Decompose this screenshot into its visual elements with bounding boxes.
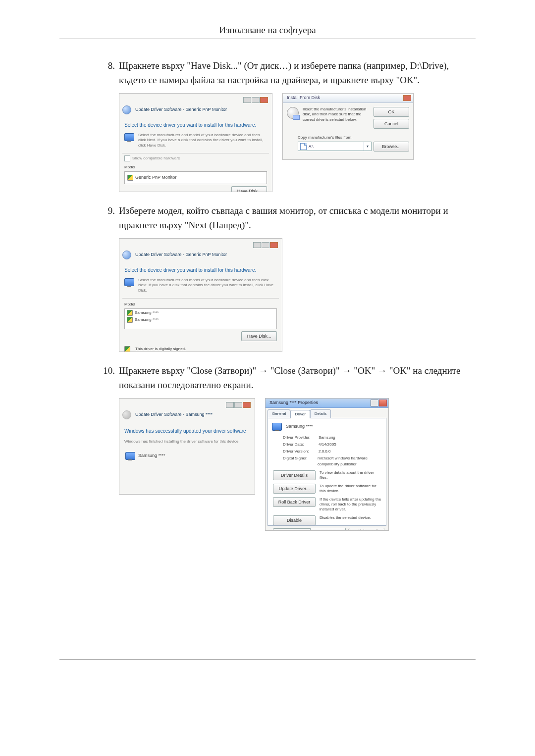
step-8-number: 8.	[103, 59, 115, 73]
model-item-2[interactable]: Samsung ****	[127, 317, 274, 323]
separator	[122, 298, 279, 299]
browse-button[interactable]: Browse...	[374, 142, 409, 151]
signer-label: Digital Signer:	[283, 455, 318, 467]
close-icon[interactable]	[403, 95, 411, 101]
tab-general[interactable]: General	[268, 409, 290, 418]
version-label: Driver Version:	[283, 449, 319, 454]
close-icon[interactable]	[243, 402, 251, 408]
dialog-heading: Select the device driver you want to ins…	[124, 266, 279, 274]
dialog-update-driver-1: Update Driver Software - Generic PnP Mon…	[119, 93, 272, 192]
disk-icon	[287, 107, 299, 119]
step-8: 8. Щракнете върху "Have Disk..." (От дис…	[103, 59, 476, 192]
header-rule	[59, 39, 476, 39]
tab-driver[interactable]: Driver	[290, 410, 310, 418]
help-icon[interactable]	[371, 400, 378, 406]
show-compatible-checkbox[interactable]	[124, 155, 130, 161]
dialog-heading: Select the device driver you want to ins…	[124, 121, 269, 129]
dialog-install-from-disk: Install From Disk Insert the manufacture…	[282, 93, 414, 160]
back-icon-disabled	[122, 410, 131, 419]
shield-icon	[127, 175, 133, 181]
model-item-label: Samsung ****	[135, 317, 159, 323]
minimize-icon[interactable]	[253, 242, 261, 248]
dialog-update-driver-2: Update Driver Software - Generic PnP Mon…	[119, 238, 282, 352]
chevron-down-icon[interactable]: ▾	[364, 142, 371, 151]
dialog-device-properties: Samsung **** Properties General Driver D…	[265, 398, 389, 531]
page-icon	[300, 143, 307, 150]
ifd-title-text: Install From Disk	[287, 95, 320, 101]
monitor-icon	[125, 452, 135, 460]
footer-rule	[59, 659, 476, 660]
cancel-button[interactable]: Cancel	[374, 119, 409, 129]
cancel-button-disabled: Cancel	[349, 528, 384, 531]
signer-value: microsoft windows hardware compatibility…	[318, 455, 382, 467]
tab-body-driver: Samsung **** Driver Provider: Samsung Dr…	[268, 418, 386, 526]
step-9: 9. Изберете модел, който съвпада с вашия…	[103, 204, 476, 352]
date-label: Driver Date:	[283, 442, 319, 448]
device-name: Samsung ****	[286, 423, 313, 430]
model-label: Model	[124, 302, 277, 307]
close-icon[interactable]	[270, 242, 278, 248]
wizard-breadcrumb: Update Driver Software - Samsung ****	[135, 411, 213, 418]
model-item: Generic PnP Monitor	[135, 174, 176, 181]
close-icon[interactable]	[260, 97, 268, 103]
signed-text: This driver is digitally signed.	[135, 346, 202, 352]
success-subtext: Windows has finished installing the driv…	[124, 439, 250, 445]
disable-button[interactable]: Disable	[273, 515, 316, 525]
device-name: Samsung ****	[138, 453, 165, 459]
driver-details-button[interactable]: Driver Details	[273, 470, 316, 480]
have-disk-button[interactable]: Have Disk...	[231, 186, 267, 192]
version-value: 2.0.0.0	[319, 449, 330, 454]
minimize-icon[interactable]	[243, 97, 251, 103]
close-icon[interactable]	[379, 400, 387, 406]
maximize-icon[interactable]	[234, 402, 242, 408]
show-compatible-label: Show compatible hardware	[132, 155, 180, 161]
model-item-1[interactable]: Samsung ****	[127, 310, 274, 316]
back-icon[interactable]	[122, 251, 131, 259]
monitor-icon	[124, 133, 134, 141]
disable-desc: Disables the selected device.	[320, 515, 382, 520]
roll-back-driver-button[interactable]: Roll Back Driver	[273, 497, 316, 507]
step-8-text: Щракнете върху "Have Disk..." (От диск…)…	[119, 60, 449, 85]
dialog-driver-updated: Update Driver Software - Samsung **** Wi…	[119, 398, 255, 495]
copy-from-label: Copy manufacturer's files from:	[298, 135, 409, 141]
date-value: 4/14/2005	[319, 442, 336, 448]
roll-back-driver-desc: If the device fails after updating the d…	[320, 497, 382, 512]
monitor-icon	[272, 423, 282, 431]
close-button[interactable]: Close	[310, 528, 346, 531]
have-disk-button[interactable]: Have Disk...	[241, 331, 277, 341]
shield-icon	[127, 310, 133, 316]
ok-button[interactable]: OK	[374, 107, 409, 117]
copy-from-value: A:\	[309, 144, 314, 150]
signed-shield-icon	[124, 346, 130, 352]
wizard-breadcrumb: Update Driver Software - Generic PnP Mon…	[135, 106, 227, 113]
model-item-label: Samsung ****	[135, 310, 159, 316]
copy-from-combo[interactable]: A:\ ▾	[298, 142, 372, 151]
maximize-icon[interactable]	[262, 242, 269, 248]
wizard-breadcrumb: Update Driver Software - Generic PnP Mon…	[135, 252, 227, 258]
model-list[interactable]: Samsung **** Samsung ****	[124, 308, 277, 329]
maximize-icon[interactable]	[252, 97, 260, 103]
dialog-help-text: Select the manufacturer and model of you…	[138, 278, 277, 293]
minimize-icon[interactable]	[226, 402, 234, 408]
update-driver-button[interactable]: Update Driver...	[273, 484, 316, 494]
update-driver-desc: To update the driver software for this d…	[320, 484, 382, 494]
model-label: Model	[124, 164, 267, 170]
ifd-instruction: Insert the manufacturer's installation d…	[303, 107, 370, 129]
monitor-icon	[124, 278, 134, 286]
success-heading: Windows has successfully updated your dr…	[124, 427, 250, 435]
driver-details-desc: To view details about the driver files.	[320, 470, 382, 481]
step-10-number: 10.	[103, 364, 115, 378]
shield-icon	[127, 317, 133, 323]
page-title: Използване на софтуера	[59, 25, 476, 36]
properties-title: Samsung **** Properties	[269, 400, 318, 406]
model-list[interactable]: Generic PnP Monitor	[124, 171, 267, 184]
dialog-help-text: Select the manufacturer and model of you…	[138, 133, 267, 148]
provider-value: Samsung	[319, 435, 335, 441]
step-9-number: 9.	[103, 204, 115, 218]
provider-label: Driver Provider:	[283, 435, 319, 441]
step-10-text: Щракнете върху "Close (Затвори)" → "Clos…	[119, 365, 461, 390]
back-icon[interactable]	[122, 105, 131, 114]
tab-details[interactable]: Details	[310, 409, 331, 418]
step-10: 10. Щракнете върху "Close (Затвори)" → "…	[103, 364, 476, 531]
step-9-text: Изберете модел, който съвпада с вашия мо…	[119, 205, 448, 230]
